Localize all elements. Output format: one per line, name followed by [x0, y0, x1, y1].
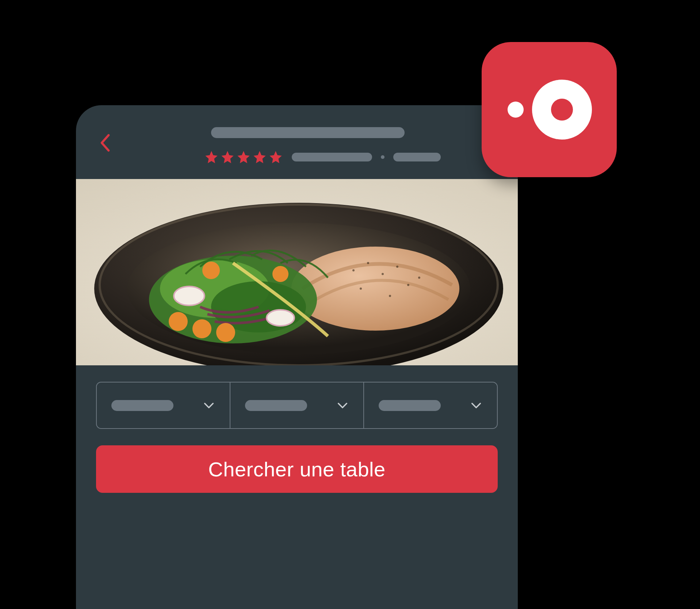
- separator-dot: [381, 155, 385, 159]
- svg-point-10: [360, 288, 362, 290]
- review-count-placeholder: [292, 153, 372, 161]
- restaurant-card: Chercher une table: [76, 105, 518, 609]
- svg-point-6: [367, 262, 369, 264]
- card-header: [76, 105, 518, 175]
- title-block: [98, 127, 496, 164]
- selector-3[interactable]: [364, 382, 497, 428]
- svg-point-23: [202, 262, 220, 279]
- star-icon: [220, 150, 235, 164]
- selector-value-placeholder: [245, 400, 307, 411]
- star-icon: [236, 150, 251, 164]
- opentable-logo-icon: [502, 77, 597, 142]
- svg-point-27: [551, 99, 573, 121]
- search-table-button[interactable]: Chercher une table: [96, 445, 498, 493]
- svg-point-20: [169, 312, 188, 331]
- app-badge: [482, 42, 617, 177]
- hero-image: [76, 179, 518, 365]
- rating-row: [204, 150, 441, 164]
- svg-point-25: [508, 102, 524, 118]
- chevron-down-icon: [470, 399, 482, 412]
- svg-point-22: [216, 323, 235, 342]
- reservation-selectors: [96, 382, 498, 429]
- svg-point-11: [389, 295, 391, 297]
- star-icon: [268, 150, 283, 164]
- svg-point-7: [382, 273, 384, 275]
- star-icon: [252, 150, 267, 164]
- svg-point-4: [291, 247, 459, 331]
- chevron-down-icon: [203, 399, 215, 412]
- selector-value-placeholder: [379, 400, 441, 411]
- star-rating: [204, 150, 283, 164]
- star-icon: [204, 150, 219, 164]
- back-button[interactable]: [98, 130, 112, 156]
- chevron-down-icon: [336, 399, 349, 412]
- selector-value-placeholder: [111, 400, 173, 411]
- svg-point-21: [192, 319, 211, 338]
- svg-point-8: [396, 266, 398, 268]
- restaurant-name-placeholder: [211, 127, 405, 138]
- cta-label: Chercher une table: [208, 457, 385, 481]
- cuisine-placeholder: [393, 153, 441, 161]
- svg-point-12: [418, 277, 420, 279]
- selector-1[interactable]: [97, 382, 230, 428]
- svg-point-5: [352, 269, 355, 271]
- chevron-left-icon: [100, 134, 110, 152]
- svg-point-9: [407, 284, 409, 286]
- selector-2[interactable]: [230, 382, 364, 428]
- svg-point-24: [272, 266, 288, 282]
